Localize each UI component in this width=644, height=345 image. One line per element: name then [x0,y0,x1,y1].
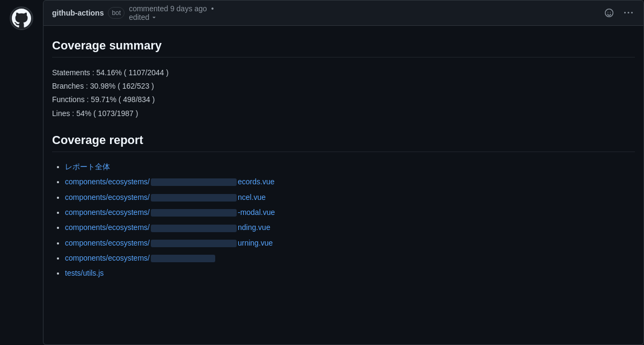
comment-body: Coverage summary Statements : 54.16% ( 1… [43,26,644,345]
report-link-5[interactable]: components/ecosystems/urning.vue [65,239,273,247]
bot-badge: bot [108,7,125,19]
comment-meta: commented 9 days ago • edited [129,4,216,21]
list-item: components/ecosystems/ [65,252,635,264]
comment-header-left: github-actions bot commented 9 days ago … [52,4,216,21]
report-link-3[interactable]: components/ecosystems/-modal.vue [65,208,275,217]
avatar [10,6,33,30]
coverage-report-list: レポート全体 components/ecosystems/ecords.vue … [52,161,635,279]
comment-container: github-actions bot commented 9 days ago … [43,0,644,345]
list-item: components/ecosystems/ncel.vue [65,191,635,203]
comment-header: github-actions bot commented 9 days ago … [43,0,644,26]
more-options-button[interactable] [622,6,635,19]
statements-stat: Statements : 54.16% ( 1107/2044 ) [52,66,635,80]
coverage-summary-title: Coverage summary [52,39,635,58]
list-item: tests/utils.js [65,267,635,279]
edited-dropdown[interactable]: edited [129,13,216,21]
lines-stat: Lines : 54% ( 1073/1987 ) [52,107,635,120]
list-item: components/ecosystems/urning.vue [65,237,635,249]
coverage-report-title: Coverage report [52,133,635,152]
smiley-icon [605,9,613,17]
report-link-2[interactable]: components/ecosystems/ncel.vue [65,193,266,202]
report-link-0[interactable]: レポート全体 [65,162,110,171]
list-item: components/ecosystems/nding.vue [65,221,635,233]
comment-header-right [603,6,635,19]
emoji-reaction-button[interactable] [603,6,616,19]
coverage-stats: Statements : 54.16% ( 1107/2044 ) Branch… [52,66,635,120]
github-logo-icon [12,9,31,28]
report-link-7[interactable]: tests/utils.js [65,269,104,277]
kebab-horizontal-icon [624,9,633,17]
list-item: components/ecosystems/-modal.vue [65,206,635,218]
report-link-4[interactable]: components/ecosystems/nding.vue [65,223,270,232]
branches-stat: Branches : 30.98% ( 162/523 ) [52,80,635,93]
dot-separator: • [211,4,214,13]
report-link-1[interactable]: components/ecosystems/ecords.vue [65,177,274,186]
author-name: github-actions [52,9,104,17]
chevron-down-icon [151,14,157,20]
list-item: components/ecosystems/ecords.vue [65,176,635,188]
functions-stat: Functions : 59.71% ( 498/834 ) [52,93,635,106]
report-link-6[interactable]: components/ecosystems/ [65,254,216,262]
list-item: レポート全体 [65,161,635,172]
